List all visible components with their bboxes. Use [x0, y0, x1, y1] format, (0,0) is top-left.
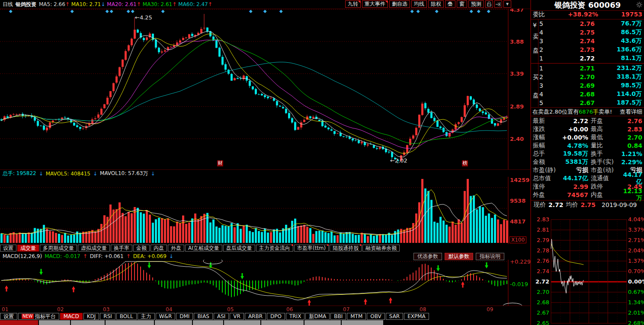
event-diamond-icon[interactable]: ◆: [106, 9, 109, 13]
indicator-tab-DMI[interactable]: DMI: [176, 313, 193, 320]
event-diamond-icon[interactable]: ◆: [279, 9, 283, 13]
sell-row-1[interactable]: 12.7281.1万: [538, 54, 644, 63]
clipped-tab[interactable]: [0, 320, 38, 325]
topbar-button-删自选[interactable]: 删自选: [389, 0, 410, 8]
cai-badge[interactable]: 财: [217, 160, 223, 166]
event-diamond-icon[interactable]: ◆: [435, 9, 439, 13]
func-tab-设置[interactable]: 设置: [0, 245, 16, 252]
indicator-tab-KDJ[interactable]: KDJ: [83, 313, 99, 320]
sell-arrow-icon: [240, 273, 244, 279]
clipped-tab[interactable]: [106, 320, 154, 325]
event-diamond-icon[interactable]: ◆: [249, 9, 253, 13]
indicator-tab-SAR[interactable]: SAR: [386, 313, 403, 320]
macd-btn-优选参数[interactable]: 优选参数: [413, 253, 442, 260]
gear-icon[interactable]: [636, 2, 642, 9]
bang-badge[interactable]: 榜: [462, 160, 468, 166]
buy-row-2[interactable]: 22.70318.1万: [538, 73, 644, 81]
kline-chart: 4.373.883.392.892.40: [0, 9, 530, 169]
indicator-tab-ARBR[interactable]: ARBR: [245, 313, 266, 320]
func-tab-陆股通持股[interactable]: 陆股通持股: [330, 245, 362, 252]
sell-row-2[interactable]: 22.73136.6万: [538, 45, 644, 54]
macd-btn-指标说明[interactable]: 指标说明: [476, 253, 504, 260]
buy-row-3[interactable]: 32.6998.5万: [538, 81, 644, 90]
time-axis-line: [0, 306, 530, 306]
indicator-tab-OBV[interactable]: OBV: [367, 313, 385, 320]
func-tab-换手率[interactable]: 换手率: [111, 245, 132, 252]
func-tab-多周期成交量[interactable]: 多周期成交量: [40, 245, 77, 252]
buy-row-4[interactable]: 42.68114.0万: [538, 90, 644, 99]
indicator-tab-指标平台[interactable]: NEW指标平台: [18, 313, 59, 320]
clipped-tab[interactable]: [39, 320, 70, 325]
event-diamond-icon[interactable]: ◆: [477, 9, 481, 13]
stat-row: 金额5381万换手(实)2.29%: [531, 158, 644, 166]
ma-label: MA5: 2.66↑: [39, 1, 70, 7]
event-diamond-icon[interactable]: ◆: [263, 9, 267, 13]
topbar-button-预测[interactable]: 预测: [468, 0, 484, 8]
indicator-tab-EXPMA[interactable]: EXPMA: [404, 313, 429, 320]
indicator-tab-设置[interactable]: 设置: [0, 313, 17, 320]
func-tab-融资融券余额[interactable]: 融资融券余额: [362, 245, 400, 252]
event-diamond-icon[interactable]: ◆: [131, 9, 135, 13]
indicator-tab-RSI[interactable]: RSI: [100, 313, 115, 320]
indicator-tab-ASI[interactable]: ASI: [214, 313, 229, 320]
period-label[interactable]: 日线: [3, 1, 13, 8]
indicator-tab-BIAS[interactable]: BIAS: [194, 313, 213, 320]
buy-row-5[interactable]: 52.67187.5万: [538, 99, 644, 107]
func-tab-盘后成交量[interactable]: 盘后成交量: [223, 245, 255, 252]
event-diamond-icon[interactable]: ◆: [470, 9, 473, 13]
func-tab-AI立桩成交量[interactable]: AI立桩成交量: [185, 245, 222, 252]
clipped-tab[interactable]: [261, 320, 304, 325]
buy-row-1[interactable]: 12.71231.2万: [538, 64, 644, 73]
view-detail-link[interactable]: 查看详细: [620, 108, 642, 116]
topbar-button-九转[interactable]: 九转: [345, 0, 361, 8]
dropdown-caret-icon[interactable]: ▼: [503, 0, 511, 8]
func-tab-成交量[interactable]: 成交量: [17, 245, 39, 252]
clipped-tab[interactable]: [342, 320, 383, 325]
func-tab-金额[interactable]: 金额: [133, 245, 150, 252]
func-tab-市盈率(ttm)[interactable]: 市盈率(ttm): [294, 245, 329, 252]
event-diamond-icon[interactable]: ◆: [410, 9, 414, 13]
func-tab-外盘[interactable]: 外盘: [168, 245, 184, 252]
indicator-tab-MACD[interactable]: MACD: [60, 313, 83, 320]
dea-value: DEA: +0.069: [133, 253, 167, 259]
func-tab-虚拟成交量[interactable]: 虚拟成交量: [78, 245, 110, 252]
topbar-button-窗[interactable]: 窗: [457, 0, 467, 8]
indicator-tab-TRIX[interactable]: TRIX: [286, 313, 304, 320]
clipped-tab[interactable]: [224, 320, 260, 325]
clipped-tab[interactable]: [155, 320, 192, 325]
goto-icon[interactable]: [494, 0, 502, 8]
clipped-tab[interactable]: [193, 320, 223, 325]
event-diamond-icon[interactable]: ◆: [70, 9, 74, 13]
unlock-icon[interactable]: [485, 0, 493, 8]
sell-row-5[interactable]: 52.7676.7万: [538, 19, 644, 28]
event-diamond-icon[interactable]: ◆: [161, 9, 165, 13]
indicator-tab-BBI[interactable]: BBI: [330, 313, 346, 320]
event-diamond-icon[interactable]: ◆: [9, 9, 13, 13]
clipped-tab[interactable]: [71, 320, 105, 325]
indicator-tab-VR[interactable]: VR: [230, 313, 244, 320]
sell-row-3[interactable]: 32.7443.6万: [538, 37, 644, 45]
clipped-tab[interactable]: [304, 320, 341, 325]
indicator-tab-主力[interactable]: 主力: [138, 313, 155, 320]
topbar-button-重大事件[interactable]: 重大事件: [362, 0, 388, 8]
topbar-button-叠[interactable]: 叠: [445, 0, 455, 8]
func-tab-内盘[interactable]: 内盘: [151, 245, 167, 252]
event-diamond-icon[interactable]: ◆: [487, 9, 490, 13]
svg-text:2.89: 2.89: [510, 103, 524, 110]
indicator-tab-W&R[interactable]: W&R: [156, 313, 176, 320]
stat-row: 总手19.58万换手1.21%: [531, 150, 644, 158]
indicator-tab-DPO[interactable]: DPO: [267, 313, 285, 320]
macd-btn-默认参数[interactable]: 默认参数: [445, 253, 473, 260]
event-diamond-icon[interactable]: ◆: [127, 9, 130, 13]
indicator-tab-新DMA[interactable]: 新DMA: [305, 313, 330, 320]
topbar-button-均线[interactable]: 均线: [411, 0, 427, 8]
topbar-button-除权[interactable]: 除权: [428, 0, 444, 8]
event-diamond-icon[interactable]: ◆: [110, 9, 113, 13]
indicator-tab-MTM[interactable]: MTM: [347, 313, 366, 320]
indicator-tab-BOLL[interactable]: BOLL: [116, 313, 137, 320]
func-tab-主力资金流向[interactable]: 主力资金流向: [256, 245, 293, 252]
svg-text:3.37%: 3.37%: [628, 226, 644, 233]
indicator-tabs-row: 设置NEW指标平台MACDKDJRSIBOLL主力W&RDMIBIASASIVR…: [0, 313, 429, 320]
sell-row-4[interactable]: 42.7586.5万: [538, 28, 644, 37]
event-diamond-icon[interactable]: ◆: [417, 9, 420, 13]
